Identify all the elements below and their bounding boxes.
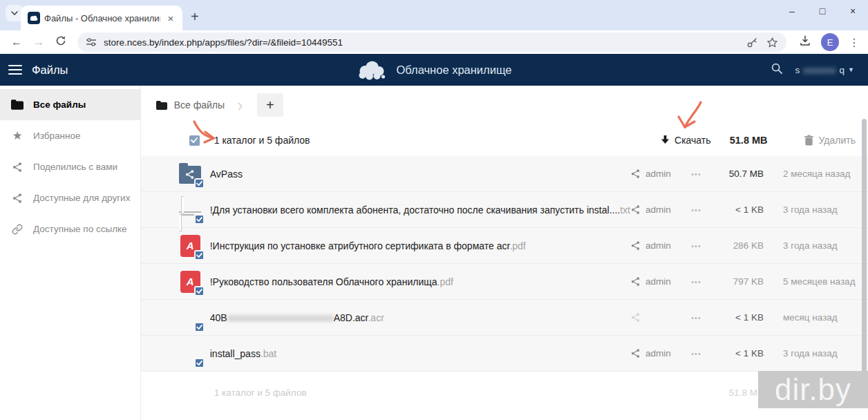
new-file-button[interactable]: +	[257, 93, 283, 117]
selected-check-badge[interactable]	[194, 214, 205, 225]
file-size: 797 KB	[712, 276, 764, 287]
delete-button[interactable]: Удалить	[804, 135, 856, 146]
bookmark-star-icon[interactable]	[766, 37, 778, 48]
table-row[interactable]: install_pass.bat admin ••• < 1 KB 3 года…	[141, 336, 868, 372]
download-label: Скачать	[674, 135, 711, 146]
search-icon[interactable]	[771, 62, 783, 77]
file-name[interactable]: !Руководство пользователя Облачного хран…	[210, 276, 437, 287]
share-owner-button[interactable]: admin	[630, 240, 677, 251]
cloud-favicon-icon	[28, 12, 40, 24]
breadcrumb-chevron-icon: ›	[237, 95, 243, 116]
folder-icon	[10, 99, 24, 110]
sidebar-item-favorites[interactable]: ★ Избранное	[0, 120, 140, 151]
file-name[interactable]: 40B	[210, 312, 227, 323]
file-modified: 3 года назад	[783, 240, 856, 251]
sidebar-item-all-files[interactable]: Все файлы	[0, 89, 140, 120]
forward-button[interactable]: →	[28, 36, 50, 48]
browser-profile-avatar[interactable]: E	[821, 33, 839, 51]
download-button[interactable]: Скачать	[661, 135, 711, 146]
hamburger-menu-icon[interactable]	[8, 65, 22, 75]
user-name-suffix: q	[840, 65, 845, 75]
selected-check-badge[interactable]	[194, 322, 205, 332]
new-tab-button[interactable]: +	[191, 7, 199, 26]
user-menu[interactable]: sxxxxxxxq ▼	[795, 65, 854, 75]
url-omnibox[interactable]: store.nces.by/index.php/apps/files/?dir=…	[77, 32, 786, 52]
selection-summary: 1 каталог и 5 файлов	[214, 135, 310, 146]
app-name: Файлы	[32, 64, 68, 77]
back-button[interactable]: ←	[6, 36, 28, 48]
file-size: 50.7 MB	[712, 169, 764, 179]
more-actions-button[interactable]: •••	[688, 206, 705, 214]
more-actions-button[interactable]: •••	[688, 242, 705, 250]
footer-total-size: 51.8 MB	[715, 388, 764, 398]
more-actions-button[interactable]: •••	[688, 350, 705, 358]
folder-icon	[156, 101, 167, 110]
sidebar-item-shared-with-others[interactable]: Доступные для других	[0, 182, 140, 213]
browser-address-bar: ← → store.nces.by/index.php/apps/files/?…	[0, 30, 868, 54]
share-owner-button[interactable]: admin	[630, 276, 677, 287]
sidebar-item-label: Поделились с вами	[33, 162, 117, 172]
share-owner-button[interactable]	[630, 312, 677, 323]
footer-summary: 1 каталог и 5 файлов	[214, 388, 307, 398]
dirby-watermark: dir.by	[758, 371, 868, 408]
url-text[interactable]: store.nces.by/index.php/apps/files/?dir=…	[104, 37, 738, 48]
owner-name: admin	[645, 240, 671, 251]
pdf-file-icon[interactable]: A	[179, 271, 201, 293]
selected-check-badge[interactable]	[194, 178, 205, 189]
shared-folder-icon[interactable]	[179, 163, 201, 185]
more-actions-button[interactable]: •••	[688, 314, 705, 322]
brand-logo-area[interactable]: Облачное хранилище	[357, 59, 512, 80]
selection-toolbar: 1 каталог и 5 файлов Скачать 51.8 MB Уда…	[141, 124, 868, 156]
downloads-icon[interactable]	[799, 35, 811, 50]
sidebar-item-shared-with-you[interactable]: Поделились с вами	[0, 151, 140, 182]
owner-name: admin	[645, 204, 671, 215]
sidebar-item-shared-by-link[interactable]: Доступные по ссылке	[0, 213, 140, 245]
share-owner-button[interactable]: admin	[630, 169, 677, 179]
share-owner-button[interactable]: admin	[630, 348, 677, 359]
tab-close-button[interactable]: ×	[164, 12, 177, 24]
pdf-file-icon[interactable]: A	[179, 235, 201, 257]
file-name[interactable]: A8D.acr	[334, 312, 368, 323]
more-actions-button[interactable]: •••	[688, 170, 705, 178]
sidebar-item-label: Все файлы	[33, 99, 86, 110]
file-name[interactable]: !Инструкция по установке атрибутного сер…	[210, 240, 510, 251]
scrollbar[interactable]	[862, 119, 867, 379]
tab-search-button[interactable]	[6, 5, 23, 21]
share-icon	[630, 348, 641, 359]
table-row[interactable]: A !Инструкция по установке атрибутного с…	[141, 228, 868, 264]
app-header: Файлы Облачное хранилище sxxxxxxxq ▼	[0, 54, 868, 86]
file-extension: .bat	[261, 348, 276, 359]
selected-check-badge[interactable]	[194, 358, 205, 368]
window-maximize-button[interactable]: □	[807, 0, 838, 23]
table-row[interactable]: AvPass admin ••• 50.7 MB 2 месяца назад	[141, 156, 868, 192]
file-modified: 3 года назад	[783, 204, 856, 215]
more-actions-button[interactable]: •••	[688, 278, 705, 286]
reload-button[interactable]	[50, 35, 72, 49]
window-minimize-button[interactable]: –	[777, 0, 807, 23]
owner-name: admin	[645, 348, 671, 359]
file-name[interactable]: AvPass	[210, 169, 243, 180]
table-row[interactable]: 40BxxxxxxxxxxxxxxxxxxxxxxA8D.acr.acr •••…	[141, 300, 868, 336]
select-all-checkbox[interactable]	[189, 135, 200, 146]
share-owner-button[interactable]: admin	[630, 204, 677, 215]
breadcrumb-root[interactable]: Все файлы	[174, 99, 225, 111]
owncloud-logo-icon	[357, 59, 388, 80]
browser-tab[interactable]: Файлы - Облачное хранилище ×	[21, 6, 182, 30]
selected-check-badge[interactable]	[194, 286, 205, 296]
user-name-redacted: xxxxxxx	[803, 65, 836, 75]
file-name[interactable]: install_pass	[210, 348, 261, 359]
password-key-icon[interactable]	[746, 37, 758, 48]
files-main-area: Все файлы › + 1 каталог и 5 файлов Скача…	[141, 86, 868, 420]
selected-check-badge[interactable]	[194, 250, 205, 260]
table-row[interactable]: !Для установки всего комплекта абонента,…	[141, 192, 868, 228]
table-row[interactable]: A !Руководство пользователя Облачного хр…	[141, 264, 868, 300]
browser-menu-icon[interactable]: ⋮	[849, 36, 860, 49]
file-size: < 1 KB	[712, 348, 764, 359]
generic-file-icon[interactable]	[179, 307, 201, 329]
generic-file-icon[interactable]	[179, 343, 201, 365]
text-file-icon[interactable]	[179, 199, 201, 221]
file-name[interactable]: !Для установки всего комплекта абонента,…	[210, 204, 620, 216]
share-icon	[630, 169, 641, 179]
sidebar-item-label: Доступные для других	[33, 193, 130, 203]
window-close-button[interactable]: ×	[838, 0, 868, 23]
